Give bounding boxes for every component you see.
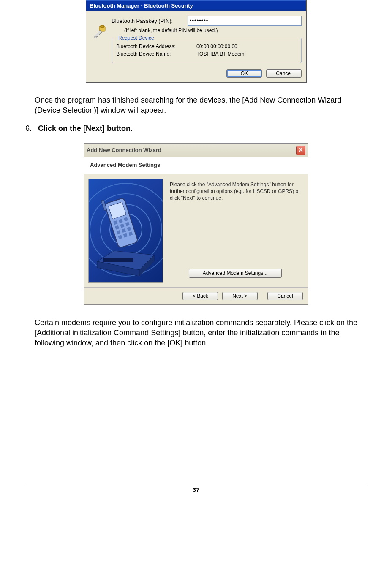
paragraph-after-dialog1: Once the program has finished searching … bbox=[35, 95, 367, 116]
ok-button[interactable]: OK bbox=[226, 69, 262, 78]
wizard-header: Advanced Modem Settings bbox=[84, 157, 308, 174]
bluetooth-security-dialog: Bluetooth Manager - Bluetooth Security B… bbox=[86, 0, 306, 82]
request-device-group: Request Device Bluetooth Device Address:… bbox=[112, 38, 302, 63]
step-6: 6. Click on the [Next] button. bbox=[25, 124, 367, 133]
device-address-label: Bluetooth Device Address: bbox=[116, 43, 196, 49]
key-lock-icon bbox=[90, 16, 112, 63]
passkey-label: Bluetooth Passkey (PIN): bbox=[112, 18, 188, 24]
passkey-hint: (If left blank, the default PIN will be … bbox=[124, 27, 302, 33]
svg-rect-2 bbox=[95, 36, 97, 38]
passkey-input[interactable]: •••••••• bbox=[188, 16, 302, 26]
device-name-label: Bluetooth Device Name: bbox=[116, 51, 196, 57]
advanced-modem-settings-button[interactable]: Advanced Modem Settings... bbox=[189, 269, 282, 278]
wizard-illustration bbox=[88, 179, 163, 283]
wizard-title: Add New Connection Wizard bbox=[87, 147, 161, 153]
back-button[interactable]: < Back bbox=[182, 292, 218, 300]
cancel-button[interactable]: Cancel bbox=[267, 292, 303, 300]
svg-rect-7 bbox=[103, 258, 133, 262]
device-address-value: 00:00:00:00:00:00 bbox=[196, 43, 237, 49]
dialog-title: Bluetooth Manager - Bluetooth Security bbox=[90, 3, 193, 9]
close-icon[interactable]: X bbox=[296, 146, 305, 155]
paragraph-after-dialog2: Certain modems require you to configure … bbox=[35, 318, 367, 348]
add-new-connection-wizard-dialog: Add New Connection Wizard X Advanced Mod… bbox=[84, 143, 308, 305]
page-number: 37 bbox=[25, 483, 367, 493]
wizard-titlebar: Add New Connection Wizard X bbox=[84, 144, 308, 157]
dialog-titlebar: Bluetooth Manager - Bluetooth Security bbox=[86, 0, 306, 11]
wizard-instruction: Please click the "Advanced Modem Setting… bbox=[170, 181, 300, 202]
step-number: 6. bbox=[25, 124, 38, 133]
group-legend: Request Device bbox=[117, 35, 155, 41]
cancel-button[interactable]: Cancel bbox=[266, 69, 302, 78]
step-text: Click on the [Next] button. bbox=[38, 124, 133, 133]
next-button[interactable]: Next > bbox=[222, 292, 258, 300]
device-name-value: TOSHIBA BT Modem bbox=[196, 51, 245, 57]
